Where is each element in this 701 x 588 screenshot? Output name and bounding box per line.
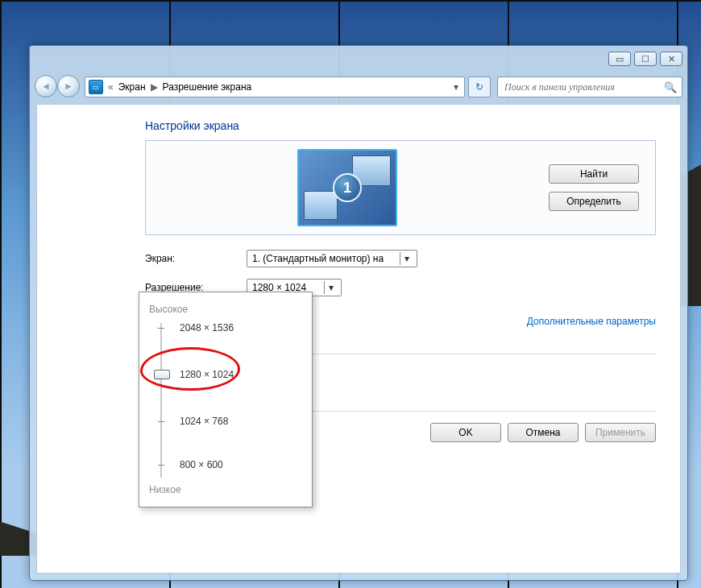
control-panel-icon: ▭ xyxy=(89,80,103,94)
identify-button[interactable]: Определить xyxy=(549,192,639,211)
address-bar[interactable]: ▭ « Экран ▶ Разрешение экрана ▾ xyxy=(85,77,465,97)
resolution-option[interactable]: 1024 × 768 xyxy=(180,416,228,427)
refresh-button[interactable]: ↻ xyxy=(468,77,491,97)
titlebar: ▭ ☐ ✕ xyxy=(30,46,687,68)
screen-select[interactable]: 1. (Стандартный монитор) на ▾ xyxy=(247,250,417,267)
resolution-option[interactable]: 800 × 600 xyxy=(180,459,223,470)
forward-button[interactable]: ► xyxy=(57,75,80,97)
address-dropdown-icon[interactable]: ▾ xyxy=(451,81,461,93)
chevron-down-icon: ▾ xyxy=(400,252,413,265)
search-box[interactable]: 🔍 xyxy=(497,77,682,97)
resolution-option[interactable]: 2048 × 1536 xyxy=(180,322,234,333)
display-preview-box: 1 Найти Определить xyxy=(145,140,656,235)
close-button[interactable]: ✕ xyxy=(660,52,682,66)
resolution-slider[interactable]: 2048 × 15361280 × 10241024 × 768800 × 60… xyxy=(149,320,302,481)
screen-label: Экран: xyxy=(145,253,247,264)
content-panel: Настройки экрана 1 Найти Определить Экра… xyxy=(36,104,681,574)
detect-button[interactable]: Найти xyxy=(549,164,639,184)
breadcrumb-chevron-icon: ▶ xyxy=(149,81,160,93)
navbar: ◄ ► ▭ « Экран ▶ Разрешение экрана ▾ ↻ 🔍 xyxy=(30,73,687,101)
popup-high-label: Высокое xyxy=(149,304,302,315)
slider-tick xyxy=(158,421,164,422)
slider-thumb[interactable] xyxy=(154,370,170,379)
screen-select-value: 1. (Стандартный монитор) на xyxy=(252,253,384,264)
apply-button[interactable]: Применить xyxy=(585,423,656,442)
minimize-button[interactable]: ▭ xyxy=(608,52,631,66)
monitor-thumbnail[interactable]: 1 xyxy=(297,149,397,226)
page-title: Настройки экрана xyxy=(145,119,656,132)
ok-button[interactable]: OK xyxy=(430,423,501,442)
monitor-number-badge: 1 xyxy=(333,173,362,202)
window-frame: ▭ ☐ ✕ ◄ ► ▭ « Экран ▶ Разрешение экрана … xyxy=(29,45,688,581)
search-input[interactable] xyxy=(503,81,664,94)
slider-tick xyxy=(158,465,164,466)
back-button[interactable]: ◄ xyxy=(35,75,57,97)
cancel-button[interactable]: Отмена xyxy=(508,423,579,442)
resolution-option[interactable]: 1280 × 1024 xyxy=(180,369,234,380)
popup-low-label: Низкое xyxy=(149,484,302,495)
breadcrumb-level2[interactable]: Разрешение экрана xyxy=(163,81,252,93)
slider-tick xyxy=(158,328,164,329)
resolution-popup: Высокое 2048 × 15361280 × 10241024 × 768… xyxy=(139,292,313,507)
maximize-button[interactable]: ☐ xyxy=(634,52,657,66)
breadcrumb-level1[interactable]: Экран xyxy=(118,81,146,93)
breadcrumb-root: « xyxy=(106,81,115,93)
chevron-down-icon: ▾ xyxy=(324,281,338,294)
slider-track xyxy=(160,323,162,478)
search-icon[interactable]: 🔍 xyxy=(664,81,677,93)
